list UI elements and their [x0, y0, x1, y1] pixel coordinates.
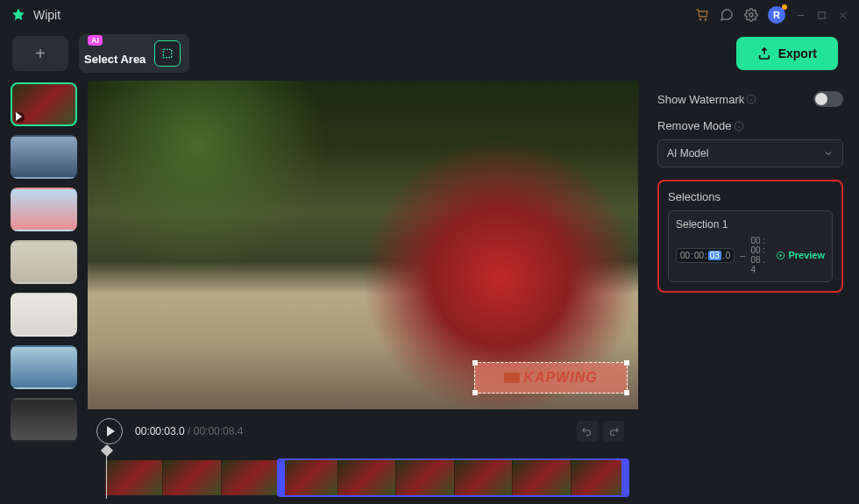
select-area-label: Select Area [84, 53, 146, 66]
minimize-icon[interactable] [794, 9, 806, 21]
preview-icon [776, 251, 785, 260]
media-thumbnail[interactable] [11, 188, 77, 231]
export-icon [757, 46, 771, 60]
show-watermark-toggle[interactable] [813, 91, 843, 107]
info-icon[interactable] [734, 121, 744, 131]
chat-icon[interactable] [719, 7, 735, 23]
selection-handle-left[interactable] [278, 460, 285, 495]
media-thumbnail[interactable] [11, 293, 77, 337]
remove-mode-value: AI Model [667, 147, 708, 160]
crop-icon [154, 40, 181, 67]
media-sidebar [0, 77, 88, 504]
selections-title: Selections [668, 190, 833, 203]
media-thumbnail[interactable] [11, 345, 77, 389]
info-icon[interactable] [746, 94, 756, 104]
redo-button[interactable] [603, 421, 624, 442]
timeline-selection-region[interactable] [277, 458, 629, 497]
maximize-icon[interactable] [815, 9, 827, 21]
svg-point-1 [705, 19, 706, 20]
timeline-track[interactable] [96, 451, 629, 495]
media-thumbnail[interactable] [11, 240, 77, 284]
ai-badge: AI [88, 35, 103, 46]
cart-icon[interactable] [694, 7, 710, 23]
undo-button[interactable] [577, 421, 598, 442]
total-time: 00:00:08.4 [194, 425, 244, 437]
user-avatar[interactable]: R [768, 6, 785, 24]
current-time: 00:00:03.0 [135, 425, 185, 437]
selection-end-time[interactable]: 00 : 00 : 08 . 4 [750, 236, 770, 274]
play-icon [107, 426, 115, 437]
app-logo-icon [11, 7, 26, 23]
add-media-button[interactable]: + [12, 36, 68, 71]
svg-rect-3 [818, 11, 824, 18]
titlebar: Wipit R [0, 0, 859, 30]
chevron-down-icon [823, 148, 834, 159]
svg-point-0 [699, 19, 700, 20]
close-icon[interactable] [836, 9, 848, 21]
watermark-text: KAPWING [504, 370, 597, 386]
settings-panel: Show Watermark Remove Mode AI Model [642, 77, 859, 504]
svg-point-2 [749, 13, 753, 17]
svg-rect-4 [164, 49, 172, 57]
time-display: 00:00:03.0 / 00:00:08.4 [135, 425, 243, 437]
show-watermark-label: Show Watermark [657, 93, 756, 106]
selection-handle-right[interactable] [621, 460, 628, 495]
select-area-button[interactable]: AI Select Area [79, 34, 189, 73]
selection-start-time[interactable]: 00: 00: 03. 0 [676, 248, 735, 263]
player-controls: 00:00:03.0 / 00:00:08.4 [88, 409, 638, 451]
preview-selection-button[interactable]: Preview [776, 250, 825, 260]
app-title: Wipit [33, 8, 60, 22]
settings-icon[interactable] [743, 7, 759, 23]
selection-name: Selection 1 [676, 218, 825, 231]
watermark-selection-box[interactable]: KAPWING [474, 362, 628, 394]
video-preview[interactable]: KAPWING [88, 81, 638, 409]
play-button[interactable] [96, 418, 123, 444]
media-thumbnail[interactable] [11, 135, 77, 179]
selection-item[interactable]: Selection 1 00: 00: 03. 0 – 00 : 00 : 08… [668, 210, 833, 282]
redo-icon [607, 425, 620, 437]
media-thumbnail[interactable] [11, 398, 77, 442]
export-button[interactable]: Export [736, 37, 838, 70]
media-thumbnail[interactable] [11, 82, 77, 126]
export-label: Export [778, 46, 817, 60]
toolbar: + AI Select Area Export [0, 30, 859, 77]
remove-mode-dropdown[interactable]: AI Model [657, 139, 843, 167]
remove-mode-label: Remove Mode [657, 119, 843, 132]
undo-icon [581, 425, 593, 437]
selections-section: Selections Selection 1 00: 00: 03. 0 – 0… [657, 180, 843, 293]
